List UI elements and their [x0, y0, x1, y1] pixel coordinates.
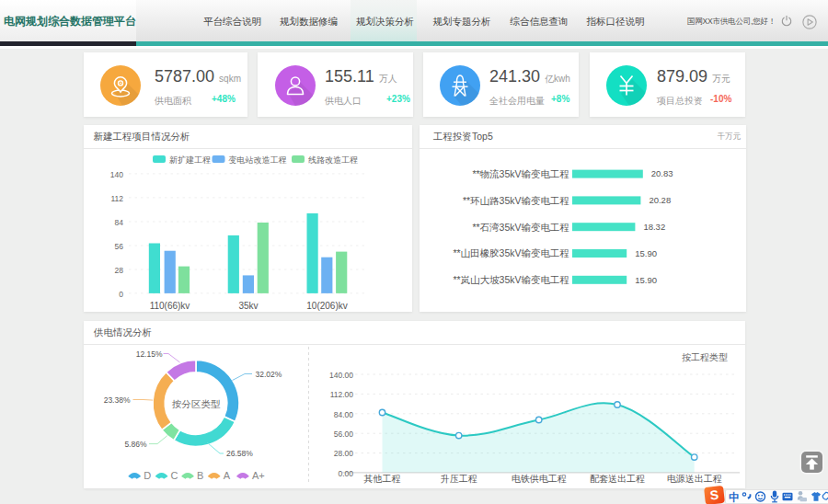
svg-text:电铁供电工程: 电铁供电工程: [512, 474, 567, 484]
svg-text:12.15%: 12.15%: [136, 349, 163, 359]
svg-text:按分区类型: 按分区类型: [172, 398, 221, 409]
svg-text:56.00: 56.00: [334, 430, 354, 439]
svg-text:变电站改造工程: 变电站改造工程: [229, 155, 287, 165]
svg-text:26.58%: 26.58%: [226, 449, 253, 458]
svg-text:10(206)kv: 10(206)kv: [306, 301, 347, 311]
svg-text:**环山路35kV输变电工程: **环山路35kV输变电工程: [463, 195, 569, 206]
svg-text:56: 56: [115, 242, 124, 251]
svg-text:28: 28: [115, 266, 124, 275]
svg-text:A+: A+: [252, 470, 265, 481]
svg-text:**物流35kV输变电工程: **物流35kV输变电工程: [472, 168, 569, 179]
svg-text:新扩建工程: 新扩建工程: [169, 155, 211, 165]
svg-text:140: 140: [110, 170, 123, 179]
svg-text:32.02%: 32.02%: [256, 370, 282, 379]
svg-text:84: 84: [115, 218, 124, 227]
svg-text:**山田橡胶35kV输变电工程: **山田橡胶35kV输变电工程: [453, 247, 569, 258]
svg-text:D: D: [144, 470, 151, 481]
svg-text:112.00: 112.00: [330, 390, 354, 399]
svg-text:5.86%: 5.86%: [124, 440, 147, 449]
svg-text:20.83: 20.83: [651, 168, 673, 178]
svg-text:**岚山大坡35kV输变电工程: **岚山大坡35kV输变电工程: [453, 274, 569, 285]
svg-text:配套送出工程: 配套送出工程: [590, 474, 645, 484]
svg-text:20.28: 20.28: [649, 195, 671, 205]
svg-text:15.90: 15.90: [635, 248, 657, 258]
svg-text:C: C: [171, 470, 178, 481]
svg-text:112: 112: [110, 194, 123, 203]
svg-text:110(66)kv: 110(66)kv: [150, 301, 190, 311]
svg-text:35kv: 35kv: [238, 301, 258, 311]
svg-text:其他工程: 其他工程: [364, 474, 401, 484]
svg-text:18.32: 18.32: [643, 222, 665, 232]
svg-text:15.90: 15.90: [635, 275, 657, 285]
svg-text:升压工程: 升压工程: [441, 474, 477, 484]
svg-text:A: A: [224, 470, 231, 481]
svg-text:84.00: 84.00: [334, 410, 354, 419]
svg-text:**石湾35kV输变电工程: **石湾35kV输变电工程: [472, 222, 569, 233]
svg-text:23.38%: 23.38%: [104, 395, 131, 405]
svg-text:B: B: [197, 470, 203, 481]
svg-text:线路改造工程: 线路改造工程: [308, 155, 358, 165]
svg-text:按工程类型: 按工程类型: [682, 352, 728, 362]
svg-text:0.00: 0.00: [338, 469, 353, 478]
svg-text:140.00: 140.00: [329, 371, 353, 380]
svg-text:中: 中: [729, 491, 740, 504]
svg-text:28.00: 28.00: [334, 449, 354, 458]
svg-text:电源送出工程: 电源送出工程: [667, 474, 722, 484]
svg-text:0: 0: [119, 290, 123, 299]
